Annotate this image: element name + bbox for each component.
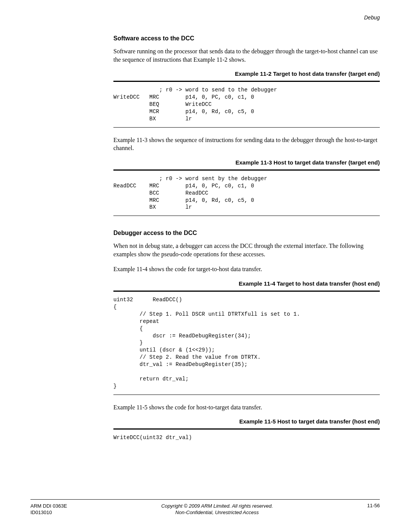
para-software-access: Software running on the processor that s…: [113, 47, 380, 64]
footer-center: Copyright © 2009 ARM Limited. All rights…: [161, 503, 273, 516]
rule-top-example-11-3: [113, 169, 380, 171]
header-section-label: Debug: [364, 14, 380, 21]
rule-bottom-example-11-3: [113, 216, 380, 216]
page: Debug Software access to the DCC Softwar…: [0, 0, 411, 532]
heading-software-access: Software access to the DCC: [113, 35, 380, 42]
code-example-11-4: uint32 ReadDCC() { // Step 1. Poll DSCR …: [113, 296, 380, 390]
rule-bottom-example-11-4: [113, 395, 380, 395]
content-area: Software access to the DCC Software runn…: [113, 35, 380, 444]
caption-example-11-4: Example 11-4 Target to host data transfe…: [113, 280, 380, 287]
footer-page-number: 11-56: [367, 503, 380, 508]
caption-example-11-5: Example 11-5 Host to target data transfe…: [113, 418, 380, 425]
rule-top-example-11-4: [113, 291, 380, 292]
code-example-11-3: ; r0 -> word sent by the debugger ReadDC…: [113, 175, 380, 211]
heading-debugger-access: Debugger access to the DCC: [113, 230, 380, 236]
footer-right: 11-56: [367, 503, 380, 508]
rule-top-example-11-5: [113, 428, 380, 430]
footer-id: ID013010: [30, 509, 67, 516]
caption-example-11-3: Example 11-3 Host to target data transfe…: [113, 159, 380, 166]
footer-copyright: Copyright © 2009 ARM Limited. All rights…: [161, 503, 273, 510]
footer-left: ARM DDI 0363E ID013010: [30, 503, 67, 516]
code-example-11-2: ; r0 -> word to send to the debugger Wri…: [113, 86, 380, 122]
caption-example-11-2: Example 11-2 Target to host data transfe…: [113, 70, 380, 77]
para-after-11-2: Example 11-3 shows the sequence of instr…: [113, 136, 380, 152]
para-debugger-access-1: When not in debug state, a debugger can …: [113, 242, 380, 258]
code-example-11-5: WriteDCC(uint32 dtr_val): [113, 434, 380, 441]
para-after-11-4: Example 11-5 shows the code for host-to-…: [113, 403, 380, 412]
footer-doc-id: ARM DDI 0363E: [30, 503, 67, 510]
rule-top-example-11-2: [113, 81, 380, 82]
footer-confidentiality: Non-Confidential, Unrestricted Access: [161, 509, 273, 516]
footer: ARM DDI 0363E ID013010 Copyright © 2009 …: [30, 499, 380, 516]
para-debugger-access-2: Example 11-4 shows the code for target-t…: [113, 265, 380, 273]
rule-bottom-example-11-2: [113, 127, 380, 128]
